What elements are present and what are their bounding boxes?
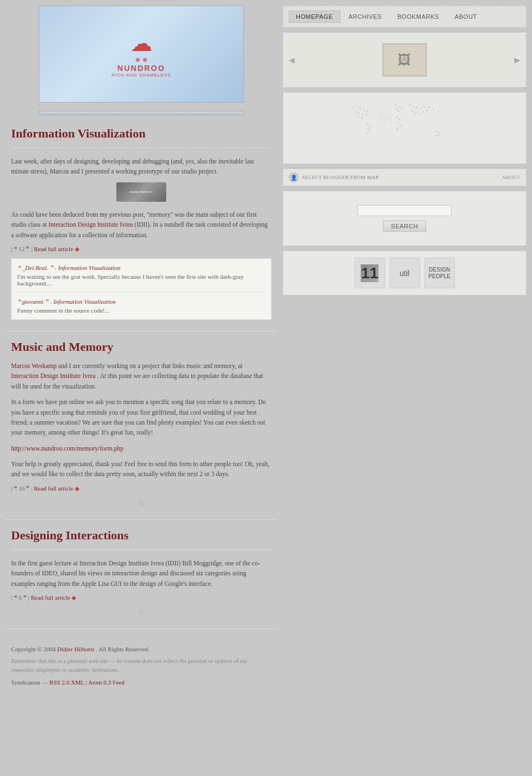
svg-rect-6 [358, 113, 360, 114]
search-button[interactable]: SEARCH [383, 221, 427, 232]
left-column: ☁ ❋ ❋ NUNDROO RICH AND SHAMELESS Informa… [6, 6, 277, 770]
hero-banner: ☁ ❋ ❋ NUNDROO RICH AND SHAMELESS [39, 6, 244, 103]
quote-close-3: ❞ [23, 594, 27, 601]
marcos-link[interactable]: Marcos Weskamp [11, 363, 57, 369]
svg-rect-25 [400, 125, 401, 126]
svg-rect-56 [391, 116, 392, 118]
comment-category-link-2[interactable]: Information Visualization [53, 298, 116, 305]
atom-link[interactable]: Atom 0.3 Feed [88, 679, 125, 686]
svg-rect-36 [426, 110, 428, 111]
comment-author-2: ❝ giovanni ❞ › Information Visualization [17, 298, 265, 305]
svg-rect-47 [386, 114, 387, 115]
footer-syndication: Syndication — RSS 2.0 XML | Atom 0.3 Fee… [11, 679, 272, 686]
svg-rect-4 [367, 110, 369, 112]
svg-rect-27 [410, 104, 411, 106]
svg-rect-29 [416, 107, 418, 109]
svg-rect-13 [367, 128, 369, 130]
image-panel: ◀ 🖼 ▶ [283, 32, 526, 88]
svg-rect-37 [428, 107, 430, 109]
image-center-box: 🖼 [382, 43, 427, 76]
svg-rect-49 [381, 116, 382, 118]
hero-logo-text: NUNDROO [111, 64, 171, 73]
svg-rect-28 [413, 106, 415, 108]
article-info-viz: Information Visualization Last week, aft… [6, 126, 277, 331]
nav-tab-about[interactable]: ABOUT [447, 11, 484, 23]
divider-icon-1: ⚙ [11, 498, 272, 508]
left-arrow-icon[interactable]: ◀ [289, 55, 295, 65]
comment-author-link-2[interactable]: giovanni [22, 298, 44, 305]
svg-rect-17 [399, 106, 401, 108]
svg-rect-8 [366, 114, 367, 116]
quote-open-2: ❝ [14, 485, 17, 492]
hero-footer-bar [39, 111, 244, 115]
svg-rect-9 [357, 116, 359, 118]
search-input[interactable] [357, 205, 452, 216]
idii-link-1[interactable]: Interaction Design Institute Ivrea [48, 221, 132, 228]
svg-rect-32 [412, 110, 413, 112]
svg-rect-24 [397, 122, 399, 124]
comment-category-link-1[interactable]: Information Visualization [58, 264, 121, 271]
article-divider-1 [11, 147, 272, 148]
svg-rect-45 [381, 113, 382, 114]
nav-tabs: HOMEPAGE ARCHIVES BOOKMARKS ABOUT [289, 11, 520, 23]
social-icon-3[interactable]: DESIGNPEOPLE [424, 258, 455, 288]
svg-rect-1 [356, 106, 358, 108]
quote-marks: ❝ [17, 264, 21, 271]
comment-text-2: Funny comment in the source code!... [17, 307, 265, 314]
svg-rect-52 [383, 120, 385, 121]
image-placeholder-icon: 🖼 [398, 52, 411, 68]
svg-rect-33 [415, 113, 417, 114]
memory-form-link[interactable]: http://www.nundroo.com/memory/form.php [11, 445, 124, 452]
svg-rect-39 [438, 110, 439, 112]
svg-rect-23 [399, 119, 401, 120]
svg-rect-42 [438, 134, 439, 136]
svg-rect-44 [378, 114, 380, 115]
quote-open-1: ❝ [14, 246, 17, 252]
social-icon-2[interactable]: util [390, 258, 420, 288]
svg-rect-16 [395, 104, 397, 106]
divider-icon-2: ⚙ [11, 607, 272, 617]
quote-open-3: ❝ [14, 594, 17, 601]
nav-tab-archives[interactable]: ARCHIVES [341, 11, 389, 23]
article-body-2b: In a form we have put online we ask you … [11, 397, 272, 438]
svg-rect-5 [355, 111, 356, 113]
music-memory-logo [116, 182, 166, 202]
social-icon-1[interactable]: 11 [355, 258, 385, 288]
read-link-info-viz[interactable]: Read full article [34, 246, 73, 252]
svg-rect-30 [420, 108, 422, 109]
social-icon-label-2: util [400, 269, 410, 278]
article-body-2c: Your help is greatly appreciated, thank … [11, 459, 272, 479]
article-designing-interactions: Designing Interactions In the first gues… [6, 528, 277, 629]
rss-link[interactable]: RSS 2.0 XML [49, 679, 84, 686]
comment-author-link-1[interactable]: _Del.Real. [22, 264, 48, 271]
article-body-1a: Last week, after days of designing, deve… [11, 156, 272, 177]
article-body-1b: As could have been deduced from my previ… [11, 210, 272, 240]
nav-tab-homepage[interactable]: HOMEPAGE [289, 11, 340, 23]
about-link[interactable]: ABOUT [502, 175, 521, 180]
svg-rect-51 [380, 119, 381, 120]
quote-close-1: ❞ [26, 246, 29, 252]
svg-rect-35 [422, 111, 424, 113]
map-panel [283, 92, 526, 164]
article-divider-3 [11, 549, 272, 550]
svg-rect-20 [402, 107, 404, 109]
svg-rect-34 [419, 114, 421, 115]
svg-rect-46 [383, 115, 385, 116]
article-meta-1: | ❝ 12 ❞ | Read full article ◆ [11, 246, 272, 253]
idii-link-2[interactable]: Interaction Design Institute Ivrea [11, 372, 95, 379]
read-link-designing[interactable]: Read full article [31, 594, 70, 601]
svg-rect-19 [400, 109, 401, 111]
svg-rect-15 [366, 133, 367, 135]
right-arrow-icon[interactable]: ▶ [514, 55, 520, 65]
social-icon-number: 11 [361, 264, 378, 282]
quote-marks-2: ❝ [17, 298, 21, 305]
svg-rect-43 [435, 135, 437, 137]
nav-tab-bookmarks[interactable]: BOOKMARKS [390, 11, 446, 23]
svg-rect-22 [396, 116, 398, 118]
hero-logo-sub: RICH AND SHAMELESS [111, 73, 171, 78]
author-link[interactable]: Didier Hilhorst [57, 646, 94, 652]
read-link-music-memory[interactable]: Read full article [34, 485, 73, 492]
article-title-music-memory: Music and Memory [11, 340, 272, 354]
svg-rect-21 [397, 110, 399, 112]
comment-text-1: I'm waiting to see the grat work. Specia… [17, 273, 265, 287]
